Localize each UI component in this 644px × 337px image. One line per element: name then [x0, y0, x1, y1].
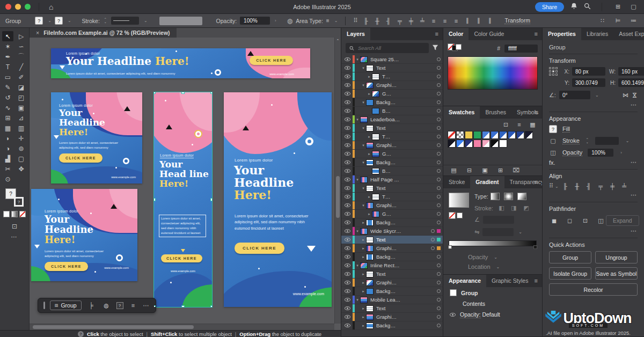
tab-stroke[interactable]: Stroke [443, 176, 470, 188]
layer-row[interactable]: ▾Backg… [341, 98, 443, 107]
layer-name[interactable]: Text [376, 237, 429, 243]
artboard-leaderboard[interactable]: Lorem ipsum dolor Your Headline Here! Lo… [51, 48, 310, 78]
direct-selection-tool[interactable]: ▷ [16, 31, 27, 41]
visibility-toggle-icon[interactable] [345, 143, 350, 147]
swatch[interactable] [516, 131, 524, 139]
align-right-icon[interactable]: ╢ [584, 183, 594, 189]
expand-button[interactable]: Expand [606, 215, 639, 226]
expand-icon[interactable]: ▸ [367, 212, 372, 216]
opacity-field[interactable]: 100% [588, 149, 613, 157]
visibility-toggle-icon[interactable] [345, 152, 350, 156]
layer-thumbnail[interactable] [360, 262, 368, 269]
expand-icon[interactable]: ▸ [367, 75, 372, 79]
layer-row[interactable]: ▾Inline Rect… [341, 261, 443, 270]
swatch-kinds-icon[interactable]: ⊟ [464, 167, 474, 174]
layer-name[interactable]: G… [382, 91, 435, 97]
expand-icon[interactable]: ▸ [367, 92, 372, 96]
layer-thumbnail[interactable] [366, 185, 374, 192]
layer-name[interactable]: Graphi… [376, 202, 435, 208]
layer-thumbnail[interactable] [366, 254, 374, 260]
drag-handle[interactable] [43, 302, 45, 309]
opacity-box-icon[interactable]: ◫ [549, 149, 557, 156]
visibility-toggle-icon[interactable] [345, 135, 350, 138]
artboard-tool[interactable]: ▢ [16, 153, 27, 164]
tab-asset-export[interactable]: Asset Export [613, 28, 644, 40]
width-tool[interactable]: ∿ [2, 102, 13, 113]
expand-icon[interactable]: ▾ [355, 298, 360, 302]
globe-icon[interactable]: ◍ [287, 17, 292, 25]
layer-name[interactable]: Half Page … [370, 177, 435, 182]
expand-icon[interactable]: ▸ [367, 152, 372, 156]
visibility-toggle-icon[interactable] [345, 289, 350, 293]
zoom-window-button[interactable] [25, 4, 31, 10]
more-options-icon[interactable]: ⋯ [631, 159, 638, 166]
visibility-toggle-icon[interactable] [345, 109, 350, 113]
visibility-toggle-icon[interactable] [345, 178, 350, 181]
layer-row[interactable]: ▾Graphi… [341, 141, 443, 150]
target-icon[interactable] [437, 324, 441, 327]
layer-thumbnail[interactable] [372, 194, 379, 200]
workspace-switcher-icon[interactable]: ▢ [628, 3, 639, 10]
group-quick-button[interactable]: Group [549, 251, 591, 263]
save-as-symbol-button[interactable]: Save as Symbol [595, 267, 638, 280]
tab-brushes[interactable]: Brushes [480, 106, 511, 119]
layer-thumbnail[interactable] [372, 74, 379, 80]
layer-thumbnail[interactable] [366, 142, 374, 149]
h-field[interactable]: 600.1499 [618, 78, 644, 87]
target-icon[interactable] [437, 160, 441, 164]
fill-swatch[interactable]: ? [549, 125, 557, 133]
visibility-toggle-icon[interactable] [345, 75, 350, 78]
radial-gradient-button[interactable] [504, 193, 513, 200]
blend-tool[interactable]: ◑ [2, 143, 13, 153]
fill-stroke-proxy[interactable] [449, 212, 463, 222]
eraser-tool[interactable]: ◪ [16, 82, 27, 92]
expand-icon[interactable]: ▾ [361, 160, 366, 165]
stroke-label[interactable]: Stroke [562, 137, 580, 144]
layer-name[interactable]: B… [382, 168, 435, 174]
opacity-field[interactable]: 100% [240, 17, 270, 25]
tab-color-guide[interactable]: Color Guide [469, 28, 509, 40]
chevron-down-icon[interactable]: ⌄ [144, 18, 148, 23]
tab-color[interactable]: Color [443, 28, 469, 40]
intersect-icon[interactable]: ⊡ [580, 217, 590, 224]
visibility-toggle-icon[interactable] [345, 238, 350, 241]
color-group-icon[interactable]: ▣ [480, 167, 490, 174]
fill-stroke-proxy[interactable] [448, 43, 462, 53]
align-objects-icon[interactable]: ╞ [86, 302, 97, 309]
layer-thumbnail[interactable] [366, 305, 374, 312]
swatch[interactable] [482, 131, 490, 139]
swatch[interactable] [491, 140, 499, 148]
distribute-top-icon[interactable]: ≡ [428, 18, 438, 24]
expand-icon[interactable]: ▾ [361, 186, 366, 191]
edit-toolbar-button[interactable]: ⋯ [11, 233, 18, 240]
layer-row[interactable]: ▾Half Page … [341, 175, 443, 184]
layer-row[interactable]: ▸T… [341, 72, 443, 81]
swatch[interactable] [473, 131, 481, 139]
cta-button[interactable]: CLICK HERE [235, 243, 284, 254]
area-type-options-icon[interactable]: ≡ [326, 18, 330, 24]
gradient-aspect-field[interactable] [482, 228, 514, 236]
expand-icon[interactable]: ▾ [361, 143, 366, 148]
expand-icon[interactable]: ▾ [361, 66, 366, 70]
target-icon[interactable] [431, 229, 435, 233]
align-top-icon[interactable]: ╤ [394, 18, 405, 24]
layer-row[interactable]: ▸Text [341, 304, 443, 313]
layer-name[interactable]: Leaderboa… [370, 116, 435, 122]
more-options-icon[interactable]: ⋯ [631, 192, 638, 198]
target-icon[interactable] [431, 238, 435, 241]
gradient-stop[interactable] [448, 245, 452, 249]
gradient-preview[interactable] [449, 193, 469, 208]
expand-icon[interactable]: ▸ [367, 195, 372, 199]
unite-icon[interactable]: ◼ [549, 217, 559, 224]
delete-swatch-icon[interactable]: ⌧ [511, 167, 521, 174]
layer-name[interactable]: Backg… [376, 323, 435, 328]
panel-menu-icon[interactable]: ≡ [535, 109, 538, 115]
align-center-h-icon[interactable]: ╫ [572, 183, 582, 189]
layer-name[interactable]: T… [382, 134, 435, 140]
visibility-toggle-icon[interactable] [345, 195, 350, 199]
layer-thumbnail[interactable] [372, 108, 379, 114]
target-icon[interactable] [437, 315, 441, 319]
visibility-toggle-icon[interactable] [345, 186, 350, 190]
layer-row[interactable]: ▸Backg… [341, 218, 443, 227]
align-center-h-icon[interactable]: ╫ [372, 18, 382, 24]
